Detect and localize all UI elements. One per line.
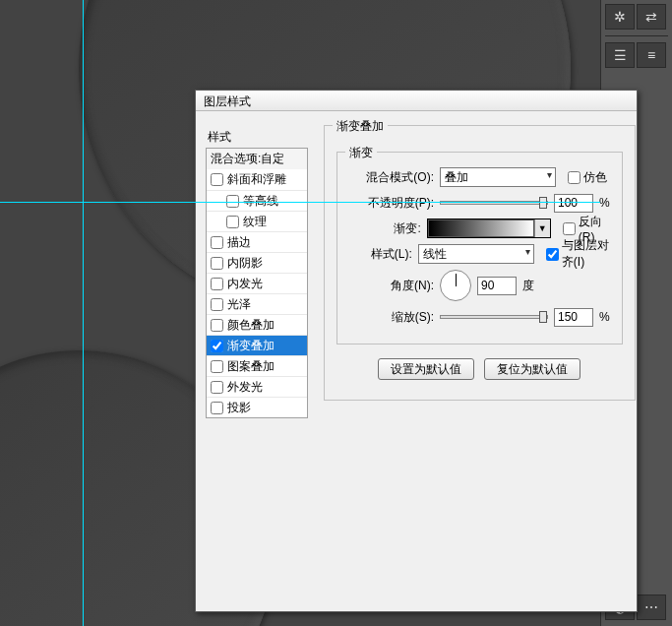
style-row-0[interactable]: 斜面和浮雕 bbox=[207, 169, 307, 190]
style-checkbox[interactable] bbox=[211, 360, 223, 373]
guide-vertical[interactable] bbox=[83, 0, 84, 626]
style-checkbox[interactable] bbox=[211, 257, 223, 270]
style-row-8[interactable]: 渐变叠加 bbox=[207, 335, 307, 355]
style-label: 描边 bbox=[227, 234, 251, 251]
styles-header: 样式 bbox=[206, 129, 308, 146]
opacity-label: 不透明度(P): bbox=[349, 195, 434, 212]
style-row-7[interactable]: 颜色叠加 bbox=[207, 314, 307, 335]
angle-unit: 度 bbox=[522, 278, 534, 294]
style-checkbox[interactable] bbox=[211, 236, 223, 249]
inner-title: 渐变 bbox=[345, 145, 377, 161]
scale-label: 缩放(S): bbox=[349, 309, 434, 326]
style-checkbox[interactable] bbox=[226, 195, 239, 208]
style-label: 图案叠加 bbox=[227, 358, 275, 375]
swap-icon[interactable]: ⇄ bbox=[637, 4, 666, 30]
style-label: 等高线 bbox=[243, 193, 278, 210]
reset-default-button[interactable]: 复位为默认值 bbox=[484, 358, 580, 380]
style-checkbox[interactable] bbox=[211, 298, 223, 311]
style-row-9[interactable]: 图案叠加 bbox=[207, 355, 307, 376]
style-row-6[interactable]: 光泽 bbox=[207, 293, 307, 314]
gradient-dropdown-icon[interactable]: ▼ bbox=[534, 219, 550, 237]
opacity-unit: % bbox=[599, 196, 610, 210]
style-checkbox[interactable] bbox=[211, 319, 223, 332]
style-label: 样式(L): bbox=[349, 246, 412, 263]
style-row-1[interactable]: 等高线 bbox=[207, 190, 307, 211]
style-checkbox[interactable] bbox=[211, 173, 223, 186]
angle-label: 角度(N): bbox=[349, 278, 434, 294]
dither-checkbox[interactable] bbox=[568, 171, 580, 184]
scale-unit: % bbox=[599, 310, 610, 324]
gradient-overlay-group: 渐变叠加 渐变 混合模式(O): 叠加 仿色 不透明度(P): bbox=[324, 125, 636, 401]
blend-mode-select[interactable]: 叠加 bbox=[440, 167, 556, 187]
gradient-swatch[interactable] bbox=[428, 219, 534, 237]
style-label: 投影 bbox=[227, 400, 251, 416]
style-label: 光泽 bbox=[227, 296, 251, 313]
gradient-label: 渐变: bbox=[349, 220, 421, 237]
set-default-button[interactable]: 设置为默认值 bbox=[378, 358, 474, 380]
style-label: 颜色叠加 bbox=[227, 317, 275, 334]
style-label: 外发光 bbox=[227, 379, 263, 396]
scale-slider[interactable] bbox=[440, 315, 548, 319]
dialog-title[interactable]: 图层样式 bbox=[196, 91, 637, 111]
blending-options-label: 混合选项:自定 bbox=[211, 151, 284, 167]
settings-icon[interactable]: ☰ bbox=[605, 42, 635, 68]
guide-horizontal[interactable] bbox=[0, 202, 600, 203]
angle-input[interactable] bbox=[477, 277, 517, 295]
canvas-shape bbox=[0, 439, 207, 626]
angle-dial[interactable] bbox=[440, 270, 471, 301]
scale-input[interactable] bbox=[554, 308, 593, 327]
style-checkbox[interactable] bbox=[211, 278, 223, 290]
style-checkbox[interactable] bbox=[211, 381, 223, 394]
blending-options-row[interactable]: 混合选项:自定 bbox=[207, 149, 307, 169]
styles-list: 混合选项:自定 斜面和浮雕等高线纹理描边内阴影内发光光泽颜色叠加渐变叠加图案叠加… bbox=[206, 148, 308, 418]
style-row-10[interactable]: 外发光 bbox=[207, 376, 307, 397]
style-row-4[interactable]: 内阴影 bbox=[207, 252, 307, 273]
adjust-icon[interactable]: ≡ bbox=[637, 42, 666, 68]
styles-column: 样式 混合选项:自定 斜面和浮雕等高线纹理描边内阴影内发光光泽颜色叠加渐变叠加图… bbox=[196, 111, 308, 611]
opacity-input[interactable] bbox=[554, 194, 593, 213]
align-checkbox[interactable] bbox=[546, 248, 559, 261]
style-select[interactable]: 线性 bbox=[418, 244, 534, 264]
blend-mode-label: 混合模式(O): bbox=[349, 169, 434, 186]
settings-column: 渐变叠加 渐变 混合模式(O): 叠加 仿色 不透明度(P): bbox=[308, 111, 647, 611]
style-checkbox[interactable] bbox=[226, 216, 239, 228]
style-checkbox[interactable] bbox=[211, 402, 223, 414]
style-row-3[interactable]: 描边 bbox=[207, 231, 307, 252]
style-row-5[interactable]: 内发光 bbox=[207, 273, 307, 293]
style-checkbox[interactable] bbox=[211, 340, 223, 352]
style-label: 斜面和浮雕 bbox=[227, 171, 286, 188]
align-label: 与图层对齐(I) bbox=[562, 237, 610, 271]
style-label: 渐变叠加 bbox=[227, 338, 275, 354]
style-label: 内发光 bbox=[227, 276, 263, 292]
brush-icon[interactable]: ✲ bbox=[605, 4, 635, 30]
gradient-inner-group: 渐变 混合模式(O): 叠加 仿色 不透明度(P): % bbox=[336, 152, 623, 344]
style-label: 内阴影 bbox=[227, 255, 263, 272]
style-label: 纹理 bbox=[243, 214, 267, 230]
layer-style-dialog: 图层样式 样式 混合选项:自定 斜面和浮雕等高线纹理描边内阴影内发光光泽颜色叠加… bbox=[195, 90, 638, 612]
style-row-2[interactable]: 纹理 bbox=[207, 211, 307, 231]
reverse-checkbox[interactable] bbox=[563, 222, 576, 235]
style-row-11[interactable]: 投影 bbox=[207, 397, 307, 417]
section-title: 渐变叠加 bbox=[333, 118, 388, 135]
dither-label: 仿色 bbox=[583, 169, 607, 186]
